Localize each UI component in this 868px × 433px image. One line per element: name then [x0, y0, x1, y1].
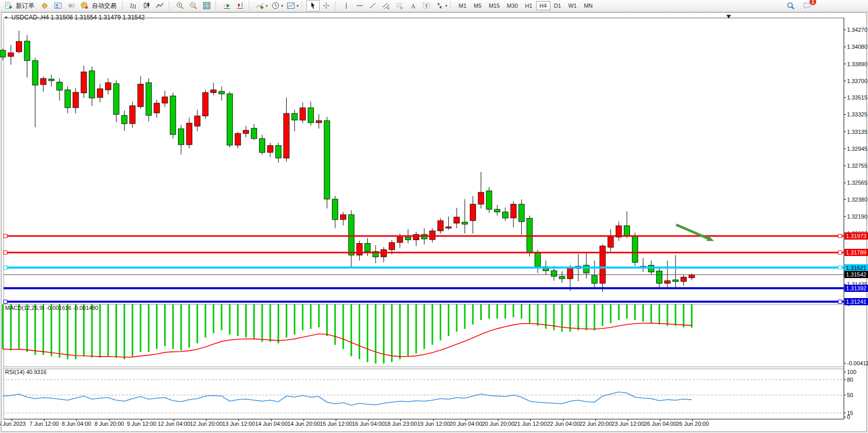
chart-title: ▼ USDCAD-,H4 1.31508 1.31554 1.31479 1.3… [4, 14, 145, 21]
price-axis-tick[interactable]: 1.32565 [847, 180, 867, 186]
time-axis-label[interactable]: 21 Jun 12:00 [514, 421, 547, 427]
price-axis-tick[interactable]: 1.34270 [847, 27, 867, 33]
time-axis-label[interactable]: 20 Jun 04:00 [449, 421, 482, 427]
time-axis-label[interactable]: 12 Jun 04:00 [157, 421, 190, 427]
trend-arrow-annotation[interactable] [676, 225, 714, 241]
time-axis-label[interactable]: 9 Jun 12:00 [127, 421, 156, 427]
horizontal-price-lines[interactable] [4, 234, 844, 304]
price-axis-tick[interactable]: 1.32755 [847, 163, 867, 169]
time-axis-label[interactable]: 26 Jun 20:00 [676, 421, 709, 427]
time-axis-label[interactable]: 15 Jun 12:00 [320, 421, 352, 427]
time-axis-label[interactable]: 8 Jun 20:00 [94, 421, 124, 427]
price-axis-tick[interactable]: 1.32945 [847, 146, 867, 152]
time-axis-label[interactable]: 12 Jun 20:00 [190, 421, 223, 427]
time-axis-label[interactable]: 8 Jun 04:00 [62, 421, 91, 427]
chart-title-text: USDCAD-,H4 1.31508 1.31554 1.31479 1.315… [11, 14, 145, 21]
rsi-axis-label[interactable]: 80 [847, 377, 853, 383]
time-axis-label[interactable]: 14 Jun 20:00 [287, 421, 320, 427]
chart-dropdown-icon[interactable]: ▼ [4, 15, 8, 20]
time-axis-label[interactable]: 14 Jun 04:00 [255, 421, 288, 427]
price-axis-tick[interactable]: 1.33325 [847, 111, 867, 117]
time-axis-label[interactable]: 19 Jun 12:00 [417, 421, 450, 427]
price-axis-tick[interactable]: 1.33515 [847, 94, 867, 101]
time-axis-label[interactable]: 22 Jun 20:00 [579, 421, 612, 427]
price-axis-tick[interactable]: 1.34080 [847, 44, 867, 50]
price-axis-tick[interactable]: 1.32380 [847, 196, 867, 203]
macd-indicator-label: MACD(12,26,9) -0.001616 -0.001480 [5, 305, 98, 311]
rsi-panel-graphics [3, 380, 844, 413]
time-axis-label[interactable]: 23 Jun 12:00 [611, 421, 644, 427]
rsi-indicator-label: RSI(14) 40.9316 [5, 369, 47, 375]
price-line-label: 1.31542 [844, 271, 868, 278]
time-axis-label[interactable]: 16 Jun 04:00 [352, 421, 385, 427]
time-axis-label[interactable]: 6 Jun 2023 [0, 421, 26, 427]
pane-borders [4, 18, 844, 419]
price-axis-tick-marks [844, 30, 846, 417]
price-line-label: 1.31392 [844, 285, 868, 292]
chart-canvas[interactable] [0, 0, 868, 433]
macd-axis-label[interactable]: -0.004113 [847, 360, 868, 366]
rsi-axis-label[interactable]: 100 [847, 369, 856, 375]
time-axis-label[interactable]: 18 Jun 23:00 [384, 421, 417, 427]
time-axis-label[interactable]: 20 Jun 20:00 [482, 421, 515, 427]
rsi-line [3, 392, 692, 405]
time-axis-label[interactable]: 7 Jun 12:00 [29, 421, 59, 427]
price-line-label: 1.31973 [844, 232, 868, 240]
price-axis-tick[interactable]: 1.33700 [847, 78, 867, 84]
rsi-axis-label[interactable]: 50 [847, 392, 853, 398]
price-line-label: 1.31241 [844, 298, 868, 305]
macd-histogram [3, 304, 692, 364]
time-axis-label[interactable]: 26 Jun 04:00 [644, 421, 677, 427]
time-axis-label[interactable]: 22 Jun 04:00 [547, 421, 580, 427]
price-line-label: 1.31789 [844, 249, 868, 256]
price-axis-tick[interactable]: 1.32190 [847, 213, 867, 220]
time-axis-label[interactable]: 13 Jun 12:00 [222, 421, 255, 427]
price-line-label: 1.31621 [844, 264, 868, 271]
price-axis-tick[interactable]: 1.33135 [847, 129, 867, 135]
rsi-axis-label[interactable]: 0 [847, 414, 850, 420]
price-axis-tick[interactable]: 1.33890 [847, 61, 867, 67]
macd-signal-line [3, 323, 692, 357]
